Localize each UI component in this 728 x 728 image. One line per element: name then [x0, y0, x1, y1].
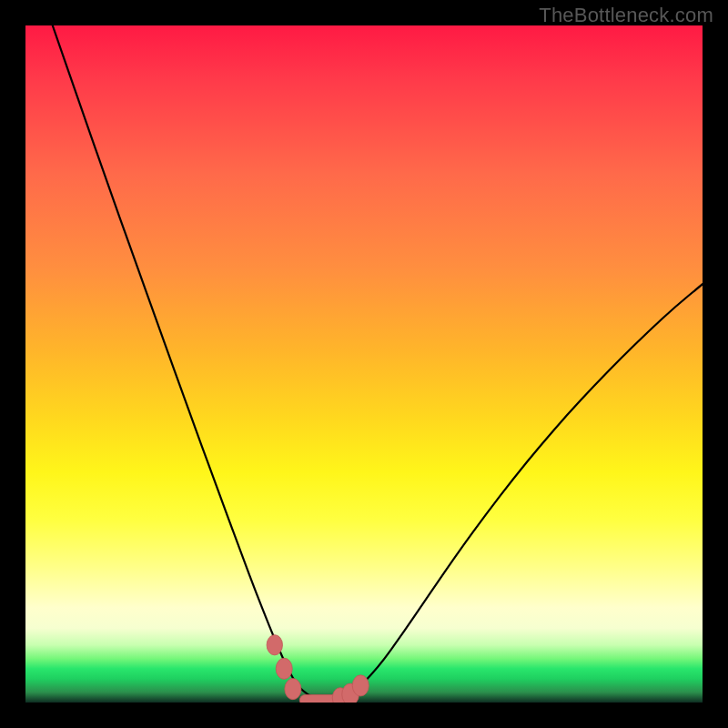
curve-marker — [285, 679, 301, 700]
curve-marker — [267, 635, 282, 655]
bottleneck-curve-path — [53, 25, 703, 701]
curve-markers — [267, 635, 369, 703]
chart-frame: TheBottleneck.com — [0, 0, 728, 728]
curve-marker — [276, 658, 292, 679]
bottleneck-curve-svg — [25, 25, 703, 703]
watermark-text: TheBottleneck.com — [539, 4, 713, 27]
curve-marker — [352, 675, 369, 696]
plot-area — [25, 25, 703, 703]
